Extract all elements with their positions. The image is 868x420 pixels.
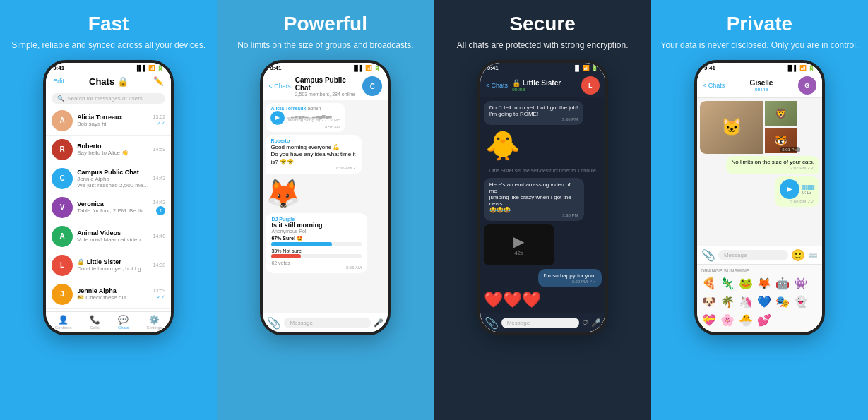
- private-input-bar: 📎 Message 🙂 ⌨️: [697, 246, 822, 264]
- play-button-private[interactable]: ▶: [780, 179, 799, 199]
- private-phone: 9:41 ▐▌▌📶🔋 < Chats Giselle online G 🐱 🦁 …: [694, 60, 825, 335]
- list-item[interactable]: C Campus Public Chat Jennie Alpha We jus…: [46, 164, 171, 193]
- sticker-item[interactable]: 👾: [792, 275, 809, 292]
- sticker-item[interactable]: 🌸: [719, 312, 736, 329]
- nav-contacts[interactable]: 👤 Contacts: [55, 315, 72, 330]
- edit-button[interactable]: Edit: [53, 78, 64, 85]
- play-button[interactable]: ▶: [270, 111, 285, 125]
- secure-msg-in-2: Here's an embarrassing video of mejumpin…: [484, 178, 584, 221]
- keyboard-icon[interactable]: ⌨️: [808, 251, 818, 260]
- audio-message-private: ▶ |||||||||||||||| 0:13 3:08 PM ✓✓: [775, 176, 819, 207]
- powerful-title: Powerful: [284, 13, 367, 35]
- sticker-item[interactable]: 💕: [756, 312, 773, 329]
- secure-messages: Don't tell mom yet, but I got the job!I'…: [480, 97, 605, 313]
- group-name: Campus Public Chat: [295, 76, 359, 92]
- sticker-item[interactable]: 🤖: [774, 275, 791, 292]
- nav-chats[interactable]: 💬 Chats: [118, 315, 129, 330]
- list-item[interactable]: V Veronica Table for four, 2 PM. Be ther…: [46, 193, 171, 222]
- nav-calls[interactable]: 📞 Calls: [90, 315, 100, 330]
- private-message-input[interactable]: Message: [718, 250, 788, 260]
- secure-msg-in: Don't tell mom yet, but I got the job!I'…: [484, 101, 584, 125]
- contact-avatar-secure: L: [581, 76, 600, 95]
- calls-icon: 📞: [90, 315, 100, 325]
- compose-icon[interactable]: ✏️: [153, 76, 164, 86]
- group-avatar: C: [362, 76, 382, 96]
- hearts-sticker: ❤️❤️❤️: [484, 291, 541, 309]
- attachment-icon[interactable]: 📎: [267, 316, 281, 330]
- mic-icon-secure[interactable]: 🎤: [591, 318, 601, 328]
- secure-msg-out: I'm so happy for you. 3:39 PM ✓✓: [538, 269, 602, 287]
- secure-chat-header: < Chats 🔒 Little Sister online L: [480, 73, 605, 97]
- private-subtitle: Your data is never disclosed. Only you a…: [661, 40, 859, 52]
- fast-phone: 9:41 ▐▌▌📶🔋 Edit Chats 🔒 ✏️ 🔍 Search for …: [43, 60, 174, 335]
- sticker-item[interactable]: 🐶: [701, 294, 718, 311]
- mic-icon[interactable]: 🎤: [374, 318, 384, 328]
- private-chat-header: < Chats Giselle online G: [697, 73, 822, 98]
- private-messages: 🐱 🦁 🐯 3:01 PM No limits on the size of y…: [697, 98, 822, 246]
- nav-settings[interactable]: ⚙️ Settings: [147, 315, 162, 330]
- sticker-item[interactable]: 💙: [756, 294, 773, 311]
- avatar: R: [52, 139, 73, 160]
- secure-phone: 9:41 ▐▌📶🔋 < Chats 🔒 Little Sister online…: [477, 60, 608, 335]
- cat-image-main: 🐱: [700, 101, 763, 154]
- chat-list: A Alicia Torreaux Bob says hi. 13:02 ✓✓ …: [46, 107, 171, 311]
- panel-secure: Secure All chats are protected with stro…: [434, 0, 651, 420]
- contact-status-private: online: [729, 87, 794, 92]
- panel-powerful: Powerful No limits on the size of groups…: [217, 0, 434, 420]
- settings-icon: ⚙️: [149, 315, 160, 325]
- group-messages: Alicia Torreaux admin ▶ ▁▂▃▄▃▂▁▂▃▄▅▄▃ Mo…: [263, 100, 388, 313]
- contact-name-private: Giselle: [729, 79, 794, 87]
- attachment-icon-private[interactable]: 📎: [701, 248, 715, 262]
- sticker-item[interactable]: 🦄: [737, 294, 754, 311]
- powerful-phone: 9:41 ▐▌▌📶🔋 < Chats Campus Public Chat 2,…: [260, 60, 391, 335]
- cat-image-small-1: 🦁: [765, 101, 797, 126]
- secure-message-input[interactable]: Message: [501, 318, 579, 328]
- list-item[interactable]: A Animal Videos Vote now! Maar cat video…: [46, 222, 171, 251]
- sticker-item[interactable]: 🦎: [719, 275, 736, 292]
- sticker-item[interactable]: 💝: [701, 312, 718, 329]
- search-bar[interactable]: 🔍 Search for messages or users: [52, 93, 165, 104]
- list-item[interactable]: J Jennie Alpha 🎫 Check these out 13:59 ✓…: [46, 280, 171, 309]
- chats-icon: 💬: [118, 315, 129, 325]
- sticker-item[interactable]: 🍕: [701, 275, 718, 292]
- avatar: V: [52, 197, 73, 218]
- avatar: L: [52, 255, 73, 276]
- list-item[interactable]: A Alicia Torreaux Bob says hi. 13:02 ✓✓: [46, 107, 171, 136]
- status-bar-powerful: 9:41 ▐▌▌📶🔋: [263, 63, 388, 73]
- sticker-item[interactable]: 🌴: [719, 294, 736, 311]
- bottom-nav: 👤 Contacts 📞 Calls 💬 Chats ⚙️ Settings: [46, 311, 171, 332]
- sticker-pack-label: ORANGE SUNSHINE: [701, 268, 819, 273]
- private-title: Private: [727, 13, 792, 35]
- secure-subtitle: All chats are protected with strong encr…: [457, 40, 629, 52]
- sticker-grid: 🍕 🦎 🐸 🦊 🤖 👾 🐶 🌴 🦄 💙 🎭 👻 💝 🌸 🐣 💕: [701, 275, 819, 329]
- sticker-item[interactable]: 🐣: [737, 312, 754, 329]
- sticker-item[interactable]: 🎭: [774, 294, 791, 311]
- contact-avatar-private: G: [798, 76, 816, 95]
- search-icon: 🔍: [57, 95, 64, 102]
- sticker-item[interactable]: 👻: [792, 294, 809, 311]
- list-item[interactable]: L 🔒 Little Sister Don't tell mom yet, bu…: [46, 251, 171, 280]
- list-item[interactable]: R Roberto Say hello to Alice 👋 14:59: [46, 136, 171, 164]
- contacts-icon: 👤: [58, 315, 69, 325]
- panel-fast: Fast Simple, reliable and synced across …: [0, 0, 217, 420]
- back-button-private[interactable]: < Chats: [703, 82, 725, 89]
- fast-title: Fast: [88, 13, 129, 35]
- avatar: C: [52, 168, 73, 189]
- video-thumbnail: ▶ 42s: [484, 224, 554, 265]
- sticker-icon[interactable]: 🙂: [791, 248, 805, 262]
- sticker-panda: 🦊: [266, 177, 301, 210]
- message-input[interactable]: Message: [284, 318, 371, 328]
- timer-icon[interactable]: ⏱: [582, 319, 588, 326]
- back-button-secure[interactable]: < Chats: [486, 82, 508, 89]
- status-bar-secure: 9:41 ▐▌📶🔋: [480, 63, 605, 73]
- cat-image-grid: 🐱 🦁 🐯 3:01 PM: [700, 101, 802, 154]
- secure-title: Secure: [509, 13, 575, 35]
- attachment-icon-secure[interactable]: 📎: [484, 316, 499, 330]
- sticker-item[interactable]: 🐸: [737, 275, 754, 292]
- sticker-item[interactable]: 🦊: [756, 275, 773, 292]
- group-members: 2,503 members, 284 online: [295, 92, 359, 97]
- audio-message: Alicia Torreaux admin ▶ ▁▂▃▄▃▂▁▂▃▄▅▄▃ Mo…: [266, 103, 345, 132]
- back-button[interactable]: < Chats: [268, 83, 290, 90]
- powerful-subtitle: No limits on the size of groups and broa…: [237, 40, 413, 52]
- message-input-bar: 📎 Message 🎤: [263, 313, 388, 332]
